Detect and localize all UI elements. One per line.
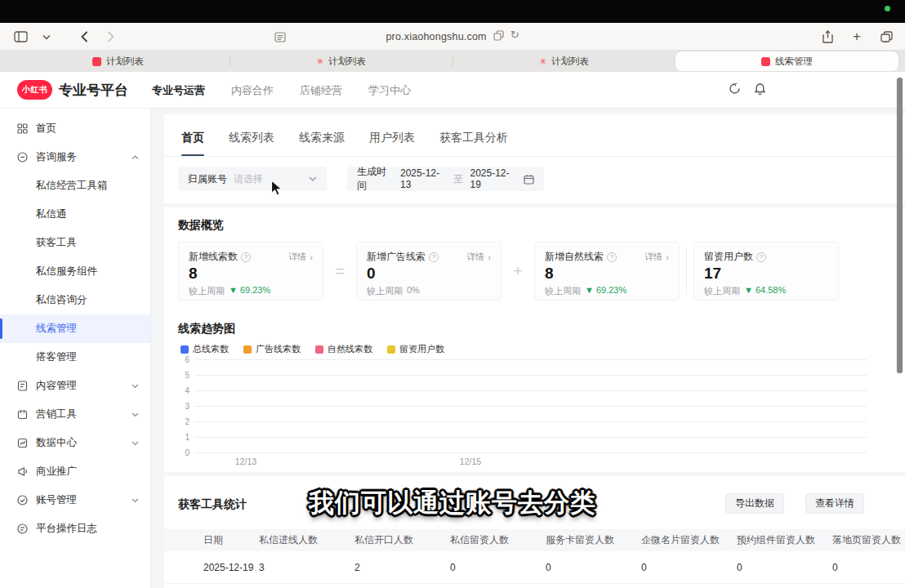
- sidebar-item-dm-consult-score[interactable]: 私信咨询分: [0, 286, 150, 314]
- legend-total-leads[interactable]: 总线索数: [181, 343, 229, 355]
- tab-lead-source[interactable]: 线索来源: [299, 131, 345, 156]
- macos-menubar: [0, 0, 905, 23]
- help-icon[interactable]: ?: [756, 252, 766, 262]
- detail-link[interactable]: 详情›: [466, 251, 491, 263]
- col-dm-opened: 私信开口人数: [354, 533, 450, 547]
- tab-overview-icon[interactable]: [877, 28, 895, 46]
- account-select-placeholder: 请选择: [234, 172, 263, 186]
- sidebar-item-lead-management[interactable]: 线索管理: [0, 314, 150, 343]
- refresh-icon[interactable]: [729, 82, 741, 98]
- tab-tool-analysis[interactable]: 获客工具分析: [439, 131, 508, 156]
- chevron-down-icon[interactable]: [38, 28, 56, 46]
- sidebar-item-dm-messenger[interactable]: 私信通: [0, 200, 150, 229]
- date-start-value: 2025-12-13: [400, 167, 448, 190]
- tabs-filter-panel: 首页 线索列表 线索来源 用户列表 获客工具分析 归属账号 请选择 生成时间 2…: [164, 114, 905, 203]
- browser-tab-plan-list-3[interactable]: ✳ 计划列表: [452, 51, 675, 72]
- stat-card-new-leads: 新增线索数 ? 详情› 8 较上周期▼ 69.23%: [178, 242, 323, 301]
- gridline: [194, 452, 867, 453]
- sidebar-item-business-promotion[interactable]: 商业推广: [0, 457, 150, 486]
- nav-item-learning-center[interactable]: 学习中心: [368, 83, 411, 98]
- tab-lead-list[interactable]: 线索列表: [229, 131, 274, 156]
- delta-value: ▼ 69.23%: [585, 285, 626, 297]
- scrollbar-thumb[interactable]: [897, 78, 903, 373]
- sidebar-item-content-management[interactable]: 内容管理: [0, 372, 150, 400]
- toolbox-icon: [16, 409, 29, 420]
- gridline: [194, 390, 867, 391]
- xiaohongshu-logo[interactable]: 小红书: [17, 80, 52, 100]
- compare-label: 较上周期: [545, 285, 581, 297]
- copy-pages-icon[interactable]: [493, 29, 504, 44]
- help-icon[interactable]: ?: [607, 252, 617, 262]
- col-booking-retained: 预约组件留资人数: [737, 533, 832, 547]
- date-range-picker[interactable]: 生成时间 2025-12-13 至 2025-12-19: [347, 167, 544, 191]
- gridline: [194, 406, 867, 407]
- detail-link[interactable]: 详情›: [288, 251, 313, 263]
- legend-ad-leads[interactable]: 广告线索数: [243, 343, 301, 355]
- legend-organic-leads[interactable]: 自然线索数: [315, 343, 372, 355]
- gridline: [194, 359, 867, 360]
- plus-operator: +: [502, 262, 534, 280]
- account-select[interactable]: 归属账号 请选择: [178, 167, 327, 191]
- sidebar-item-marketing-tools[interactable]: 营销工具: [0, 400, 150, 429]
- sidebar-item-lead-tools[interactable]: 获客工具: [0, 229, 150, 257]
- legend-swatch: [181, 345, 189, 354]
- tab-home[interactable]: 首页: [181, 131, 204, 156]
- sidebar-item-customer-acquisition[interactable]: 搭客管理: [0, 343, 150, 372]
- chat-bubble-icon: [16, 152, 29, 163]
- stat-card-organic-leads: 新增自然线索 ? 详情› 8 较上周期▼ 69.23%: [534, 242, 680, 301]
- help-icon[interactable]: ?: [241, 252, 251, 262]
- sidebar-item-dm-service-component[interactable]: 私信服务组件: [0, 257, 150, 286]
- stat-card-title: 新增线索数: [189, 250, 238, 264]
- delta-value: ▼ 64.58%: [744, 285, 786, 297]
- detail-link[interactable]: 详情›: [644, 251, 669, 263]
- browser-tab-lead-management[interactable]: 线索管理: [675, 51, 898, 71]
- content-tabs: 首页 线索列表 线索来源 用户列表 获客工具分析: [164, 114, 905, 157]
- chevron-down-icon: [132, 384, 139, 389]
- browser-tab-plan-list-2[interactable]: ✳ 计划列表: [230, 51, 452, 72]
- gridline: [194, 437, 867, 438]
- x-axis-tick: 12/15: [460, 457, 481, 466]
- new-tab-icon[interactable]: +: [848, 28, 866, 46]
- platform-title: 专业号平台: [59, 81, 128, 100]
- stat-card-ad-leads: 新增广告线索 ? 详情› 0 较上周期0%: [356, 242, 502, 301]
- date-range-label: 生成时间: [357, 165, 394, 193]
- compare-label: 较上周期: [189, 285, 225, 297]
- sidebar-item-consult-service[interactable]: 咨询服务: [0, 143, 150, 172]
- sidebar-item-data-center[interactable]: 数据中心: [0, 429, 150, 457]
- loading-spinner-icon: ✳: [539, 57, 546, 66]
- reload-icon[interactable]: ↻: [510, 29, 519, 44]
- chevron-up-icon: [132, 155, 139, 160]
- back-button-icon[interactable]: [75, 28, 93, 46]
- y-axis-tick: 1: [178, 433, 189, 442]
- nav-item-shop-operation[interactable]: 店铺经营: [300, 83, 342, 98]
- y-axis-tick: 3: [178, 402, 189, 411]
- tab-user-list[interactable]: 用户列表: [369, 131, 415, 156]
- browser-tab-plan-list-1[interactable]: 计划列表: [7, 51, 230, 72]
- reader-view-icon[interactable]: [271, 28, 289, 46]
- table-row: 2025-12-19 3 2 0 0 0 0 0: [164, 551, 905, 584]
- stat-card-retained-users: 留资用户数 ? 17 较上周期▼ 64.58%: [693, 242, 839, 301]
- gridline: [194, 421, 867, 422]
- sidebar-item-home[interactable]: 首页: [0, 114, 150, 143]
- address-bar-url[interactable]: pro.xiaohongshu.com: [386, 31, 486, 42]
- stat-card-title: 留资用户数: [704, 250, 753, 264]
- legend-retained-users[interactable]: 留资用户数: [387, 343, 444, 355]
- nav-item-pro-operation[interactable]: 专业号运营: [152, 83, 205, 98]
- loading-spinner-icon: ✳: [316, 57, 323, 66]
- bell-icon[interactable]: [754, 82, 766, 99]
- compare-label: 较上周期: [704, 285, 740, 297]
- chart-icon: [16, 438, 29, 448]
- card-divider: [686, 247, 687, 295]
- megaphone-icon: [16, 466, 29, 477]
- date-separator: 至: [453, 172, 463, 186]
- legend-swatch: [243, 345, 252, 354]
- help-icon[interactable]: ?: [429, 252, 439, 262]
- forward-button-icon[interactable]: [101, 28, 119, 46]
- sidebar-toggle-icon[interactable]: [11, 28, 29, 46]
- sidebar-item-dm-toolbox[interactable]: 私信经营工具箱: [0, 172, 150, 200]
- overview-section-title: 数据概览: [178, 218, 224, 233]
- nav-item-content-cooperation[interactable]: 内容合作: [231, 83, 274, 98]
- stat-card-value: 8: [545, 265, 669, 283]
- share-icon[interactable]: [818, 28, 836, 46]
- x-axis-tick: 12/13: [235, 457, 256, 466]
